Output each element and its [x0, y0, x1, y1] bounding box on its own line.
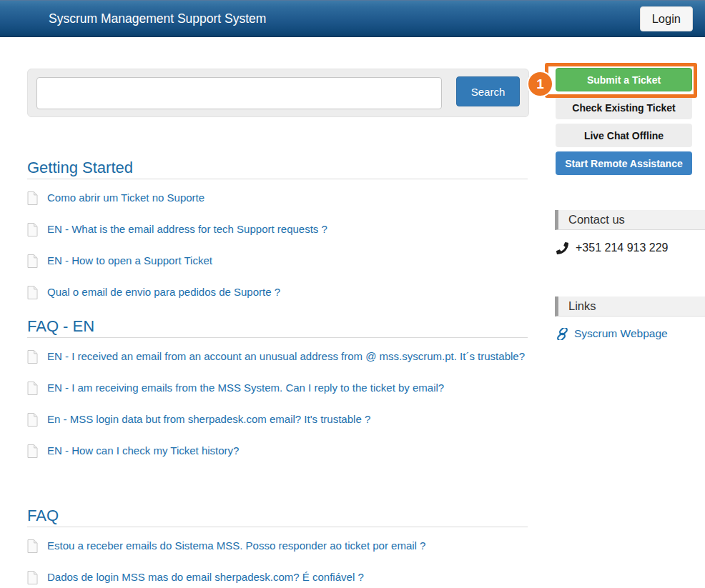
article-list-item: En - MSS login data but from sherpadesk.… — [27, 410, 528, 432]
article-list-item: EN - I received an email from an account… — [27, 347, 528, 369]
contact-phone-row: +351 214 913 229 — [556, 241, 668, 254]
link-icon — [556, 328, 568, 340]
section-title: FAQ — [27, 507, 528, 527]
top-navbar: Syscrum Management Support System Login — [0, 0, 705, 37]
kb-section-faq-en: FAQ - ENEN - I received an email from an… — [27, 317, 528, 464]
document-icon — [27, 413, 38, 432]
article-list-item: EN - What is the email address for tech … — [27, 220, 528, 242]
document-icon — [27, 382, 38, 401]
article-link[interactable]: Qual o email de envio para pedidos de Su… — [47, 283, 280, 302]
article-list-item: Qual o email de envio para pedidos de Su… — [27, 283, 528, 305]
links-title: Links — [568, 299, 596, 312]
search-input[interactable] — [36, 77, 442, 109]
knowledge-base: Getting StartedComo abrir um Ticket no S… — [27, 146, 528, 588]
kb-section-getting-started: Getting StartedComo abrir um Ticket no S… — [27, 159, 528, 305]
sidebar-button-live-chat-offline[interactable]: Live Chat Offline — [556, 124, 692, 147]
article-list: Como abrir um Ticket no SuporteEN - What… — [27, 189, 528, 305]
document-icon — [27, 444, 38, 464]
article-list: Estou a receber emails do Sistema MSS. P… — [27, 537, 528, 588]
article-link[interactable]: En - MSS login data but from sherpadesk.… — [47, 410, 370, 429]
document-icon — [27, 223, 38, 242]
article-list-item: Dados de login MSS mas do email sherpade… — [27, 568, 528, 588]
contact-us-header: Contact us — [555, 210, 705, 230]
article-list-item: Como abrir um Ticket no Suporte — [27, 189, 528, 211]
document-icon — [27, 286, 38, 305]
phone-number: +351 214 913 229 — [576, 241, 668, 254]
search-panel: Search — [27, 69, 529, 117]
section-title: FAQ - EN — [27, 317, 528, 338]
login-button[interactable]: Login — [640, 6, 693, 31]
contact-us-title: Contact us — [568, 213, 625, 226]
kb-section-faq: FAQEstou a receber emails do Sistema MSS… — [27, 507, 528, 588]
article-link[interactable]: EN - How to open a Support Ticket — [47, 251, 212, 270]
sidebar-button-submit-a-ticket[interactable]: Submit a Ticket — [556, 68, 692, 91]
search-button[interactable]: Search — [456, 76, 520, 106]
annotation-step-badge: 1 — [527, 71, 553, 97]
article-link[interactable]: EN - What is the email address for tech … — [47, 220, 327, 239]
article-list-item: EN - How to open a Support Ticket — [27, 251, 528, 274]
document-icon — [27, 350, 38, 369]
article-link[interactable]: EN - I am receiving emails from the MSS … — [47, 379, 444, 397]
sidebar-button-check-existing-ticket[interactable]: Check Existing Ticket — [556, 96, 692, 119]
article-list: EN - I received an email from an account… — [27, 347, 528, 464]
webpage-link-row[interactable]: Syscrum Webpage — [556, 327, 668, 340]
article-link[interactable]: Estou a receber emails do Sistema MSS. P… — [47, 537, 425, 555]
article-list-item: Estou a receber emails do Sistema MSS. P… — [27, 537, 528, 559]
document-icon — [27, 571, 38, 588]
section-title: Getting Started — [27, 159, 528, 179]
article-link[interactable]: EN - How can I check my Ticket history? — [47, 442, 239, 460]
document-icon — [27, 539, 38, 559]
app-title: Syscrum Management Support System — [49, 11, 266, 26]
page: Syscrum Management Support System Login … — [0, 0, 705, 588]
phone-icon — [556, 242, 568, 254]
article-link[interactable]: Dados de login MSS mas do email sherpade… — [47, 568, 364, 587]
article-link[interactable]: EN - I received an email from an account… — [47, 347, 525, 366]
sidebar-button-start-remote-assistance[interactable]: Start Remote Assistance — [556, 151, 692, 175]
sidebar-actions: Submit a TicketCheck Existing TicketLive… — [556, 68, 692, 179]
syscrum-webpage-link[interactable]: Syscrum Webpage — [574, 327, 668, 340]
article-list-item: EN - How can I check my Ticket history? — [27, 442, 528, 464]
links-header: Links — [555, 297, 705, 317]
article-link[interactable]: Como abrir um Ticket no Suporte — [47, 189, 204, 207]
article-list-item: EN - I am receiving emails from the MSS … — [27, 379, 528, 401]
document-icon — [27, 254, 38, 274]
document-icon — [27, 191, 38, 211]
